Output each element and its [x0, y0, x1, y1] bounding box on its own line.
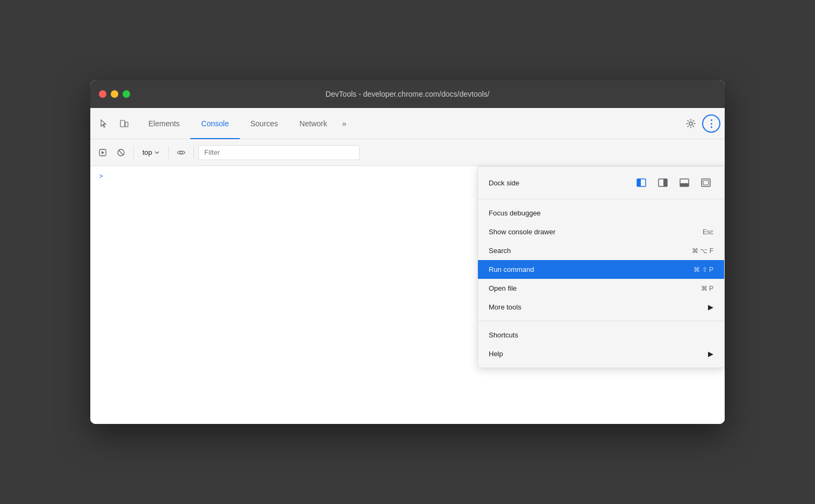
eye-icon-button[interactable]: [173, 145, 189, 161]
context-selector[interactable]: top: [138, 146, 164, 159]
clear-console-button[interactable]: [95, 145, 111, 161]
menu-item-open-file[interactable]: Open file ⌘ P: [478, 279, 724, 298]
context-value: top: [142, 148, 152, 156]
maximize-button[interactable]: [123, 90, 130, 98]
tab-network[interactable]: Network: [289, 109, 338, 139]
traffic-lights: [99, 90, 130, 98]
tab-sources[interactable]: Sources: [240, 109, 289, 139]
svg-rect-12: [680, 183, 689, 186]
dock-side-section: Dock side: [478, 167, 724, 199]
console-toolbar: top: [90, 139, 725, 166]
svg-rect-1: [125, 122, 128, 127]
devtools-window: DevTools - developer.chrome.com/docs/dev…: [90, 80, 725, 424]
window-title: DevTools - developer.chrome.com/docs/dev…: [325, 90, 489, 98]
content-area: > Dock side: [90, 166, 725, 424]
minimize-button[interactable]: [111, 90, 118, 98]
prompt-chevron: >: [99, 172, 103, 181]
svg-rect-0: [120, 120, 125, 127]
close-button[interactable]: [99, 90, 106, 98]
tabbar-right-actions: ⋮: [682, 114, 720, 133]
svg-point-6: [180, 151, 183, 154]
svg-rect-8: [637, 179, 641, 186]
undock-button[interactable]: [698, 175, 713, 190]
dropdown-menu: Dock side: [477, 166, 725, 368]
tab-console[interactable]: Console: [190, 109, 239, 139]
menu-item-shortcuts[interactable]: Shortcuts: [478, 326, 724, 344]
svg-rect-14: [703, 181, 709, 185]
dock-side-row: Dock side: [478, 171, 724, 195]
titlebar: DevTools - developer.chrome.com/docs/dev…: [90, 80, 725, 108]
dock-right-button[interactable]: [655, 175, 670, 190]
device-toggle-button[interactable]: [115, 114, 133, 133]
svg-point-2: [689, 122, 692, 125]
menu-item-search[interactable]: Search ⌘ ⌥ F: [478, 241, 724, 260]
block-icon-button[interactable]: [113, 145, 129, 161]
devtools-body: Elements Console Sources Network » ⋮: [90, 108, 725, 424]
toolbar-divider-1: [133, 146, 134, 159]
dock-side-label: Dock side: [489, 179, 519, 187]
more-options-button[interactable]: ⋮: [702, 114, 720, 133]
menu-item-run-command[interactable]: Run command ⌘ ⇧ P: [478, 260, 724, 279]
settings-button[interactable]: [682, 114, 700, 133]
tabbar-left-icons: [95, 114, 133, 133]
svg-line-5: [119, 150, 124, 155]
tabbar: Elements Console Sources Network » ⋮: [90, 108, 725, 139]
menu-item-help[interactable]: Help ▶: [478, 344, 724, 363]
dock-bottom-button[interactable]: [677, 175, 692, 190]
filter-input[interactable]: [198, 145, 360, 160]
dock-icons: [634, 175, 713, 190]
menu-main-section: Focus debuggee Show console drawer Esc S…: [478, 199, 724, 321]
tab-more-button[interactable]: »: [338, 108, 351, 139]
inspect-element-button[interactable]: [95, 114, 113, 133]
menu-item-show-console-drawer[interactable]: Show console drawer Esc: [478, 222, 724, 241]
svg-rect-10: [663, 179, 667, 186]
menu-item-focus-debuggee[interactable]: Focus debuggee: [478, 204, 724, 222]
dock-left-button[interactable]: [634, 175, 649, 190]
menu-bottom-section: Shortcuts Help ▶: [478, 321, 724, 368]
menu-item-more-tools[interactable]: More tools ▶: [478, 298, 724, 316]
toolbar-divider-2: [168, 146, 169, 159]
tab-list: Elements Console Sources Network »: [138, 108, 351, 139]
tab-elements[interactable]: Elements: [138, 109, 190, 139]
toolbar-divider-3: [194, 146, 194, 159]
